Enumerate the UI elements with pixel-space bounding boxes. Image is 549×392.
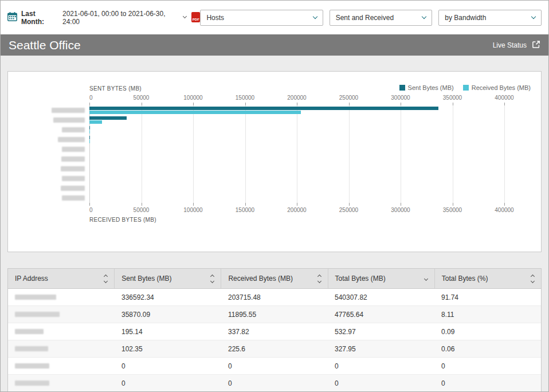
chart-xticks-bottom: 0500001000001500002000002500003000003500… — [89, 206, 504, 215]
legend-item-received: Received Bytes (MB) — [463, 84, 531, 91]
cell-ip-redacted — [8, 306, 115, 323]
chart-plot-column: SENT BYTES (MB) 050000100000150000200000… — [89, 85, 504, 225]
chart-ylabel-redacted — [8, 125, 89, 135]
live-status-label: Live Status — [493, 41, 527, 49]
cell-sent: 102.35 — [115, 340, 221, 357]
table-row[interactable]: 0000 — [8, 374, 541, 391]
chart-ylabel-redacted — [8, 193, 89, 203]
cell-total_mb: 47765.64 — [328, 306, 434, 323]
chart-panel: Sent Bytes (MB) Received Bytes (MB) SENT… — [7, 71, 542, 252]
gridline — [504, 105, 505, 203]
tick-mark — [504, 203, 505, 206]
sent-bar[interactable] — [89, 107, 438, 110]
cell-sent: 0 — [115, 375, 221, 391]
tick-label: 150000 — [236, 207, 254, 213]
chart-bar-row[interactable] — [89, 164, 504, 174]
table-body: 336592.34203715.48540307.8291.7435870.09… — [8, 289, 541, 391]
sort-icon — [211, 275, 214, 283]
sort-icon — [531, 275, 534, 283]
chart-legend: Sent Bytes (MB) Received Bytes (MB) — [399, 84, 531, 91]
chart-ylabel-redacted — [8, 174, 89, 183]
received-bar[interactable] — [89, 111, 301, 114]
dropdown-value: Sent and Received — [336, 14, 394, 22]
chart-bar-row[interactable] — [89, 154, 504, 164]
chart-ylabel-redacted — [8, 135, 89, 144]
direction-dropdown[interactable]: Sent and Received — [330, 10, 433, 26]
column-label: Sent Bytes (MB) — [121, 275, 171, 283]
sent-bar[interactable] — [89, 116, 127, 120]
chart-bar-row[interactable] — [89, 135, 504, 144]
cell-ip-redacted — [8, 323, 115, 340]
table-header: IP AddressSent Bytes (MB)Received Bytes … — [8, 269, 541, 289]
cell-ip-redacted — [8, 358, 115, 374]
table-row[interactable]: 35870.0911895.5547765.648.11 — [8, 305, 541, 323]
live-status-link[interactable]: Live Status — [493, 40, 540, 50]
hosts-table: IP AddressSent Bytes (MB)Received Bytes … — [7, 268, 542, 392]
column-header-total-bytes[interactable]: Total Bytes (%) — [434, 269, 541, 288]
chart-plot — [89, 105, 504, 203]
chart-bar-row[interactable] — [89, 115, 504, 125]
cell-sent: 336592.34 — [115, 289, 221, 305]
chart-ylabel-redacted — [8, 154, 89, 164]
chart-bar-row[interactable] — [89, 125, 504, 135]
export-pdf-button[interactable]: PDF — [191, 12, 200, 23]
sent-bar[interactable] — [89, 126, 90, 130]
chart-ylabel-redacted — [8, 183, 89, 193]
sort-mode-dropdown[interactable]: by Bandwidth — [438, 10, 542, 26]
column-header-ip-address[interactable]: IP Address — [8, 269, 114, 288]
received-bar[interactable] — [89, 120, 102, 124]
chevron-down-icon — [182, 14, 186, 18]
cell-received: 0 — [221, 358, 328, 374]
column-header-sent-bytes-mb[interactable]: Sent Bytes (MB) — [114, 269, 221, 288]
chevron-down-icon — [422, 14, 426, 18]
chart-bar-row[interactable] — [89, 144, 504, 154]
chart-bar-row[interactable] — [89, 193, 504, 203]
column-header-total-bytes-mb[interactable]: Total Bytes (MB) — [328, 269, 434, 288]
chart-ylabel-redacted — [8, 105, 89, 115]
legend-label-received: Received Bytes (MB) — [472, 84, 531, 91]
dropdown-value: Hosts — [206, 14, 224, 22]
chart-bar-row[interactable] — [89, 105, 504, 115]
tick-label: 0 — [89, 95, 93, 101]
chart-bar-row[interactable] — [89, 174, 504, 183]
cell-ip-redacted — [8, 289, 115, 305]
sort-icon — [425, 277, 428, 280]
cell-ip-redacted — [8, 375, 115, 391]
table-row[interactable]: 0000 — [8, 357, 541, 374]
cell-total_mb: 327.95 — [328, 340, 434, 357]
cell-received: 225.6 — [221, 340, 328, 357]
tick-label: 350000 — [443, 207, 462, 213]
tick-label: 150000 — [236, 95, 254, 101]
bar-chart: SENT BYTES (MB) 050000100000150000200000… — [8, 85, 541, 225]
column-header-received-bytes-mb[interactable]: Received Bytes (MB) — [221, 269, 327, 288]
sort-icon — [104, 275, 107, 283]
page-title: Seattle Office — [9, 38, 81, 52]
cell-sent: 0 — [115, 358, 221, 374]
cell-received: 11895.55 — [221, 306, 328, 323]
chart-ylabel-redacted — [8, 144, 89, 154]
table-row[interactable]: 195.14337.82532.970.09 — [8, 323, 541, 340]
calendar-icon — [7, 12, 17, 23]
page-header: Seattle Office Live Status — [1, 34, 548, 56]
date-range-label: Last Month: — [21, 10, 58, 26]
cell-total_pct: 0 — [434, 375, 541, 391]
cell-total_mb: 532.97 — [328, 323, 434, 340]
table-row[interactable]: 336592.34203715.48540307.8291.74 — [8, 289, 541, 305]
received-bar[interactable] — [89, 130, 90, 134]
cell-total_pct: 0 — [434, 358, 541, 374]
dropdown-value: by Bandwidth — [445, 14, 486, 22]
chart-bar-row[interactable] — [89, 183, 504, 193]
sent-bar[interactable] — [89, 136, 90, 139]
tick-label: 350000 — [443, 95, 462, 101]
tick-label: 50000 — [134, 95, 150, 101]
cell-received: 0 — [221, 375, 328, 391]
chart-ylabel-redacted — [8, 164, 89, 174]
date-range-picker[interactable]: Last Month: 2021-06-01, 00:00 to 2021-06… — [7, 10, 186, 26]
report-type-dropdown[interactable]: Hosts — [200, 10, 323, 26]
cell-sent: 35870.09 — [115, 306, 221, 323]
column-label: Total Bytes (MB) — [335, 275, 386, 283]
tick-label: 50000 — [134, 207, 150, 213]
received-bar[interactable] — [89, 140, 90, 143]
table-row[interactable]: 102.35225.6327.950.06 — [8, 340, 541, 357]
date-range-value: 2021-06-01, 00:00 to 2021-06-30, 24:00 — [62, 10, 179, 26]
